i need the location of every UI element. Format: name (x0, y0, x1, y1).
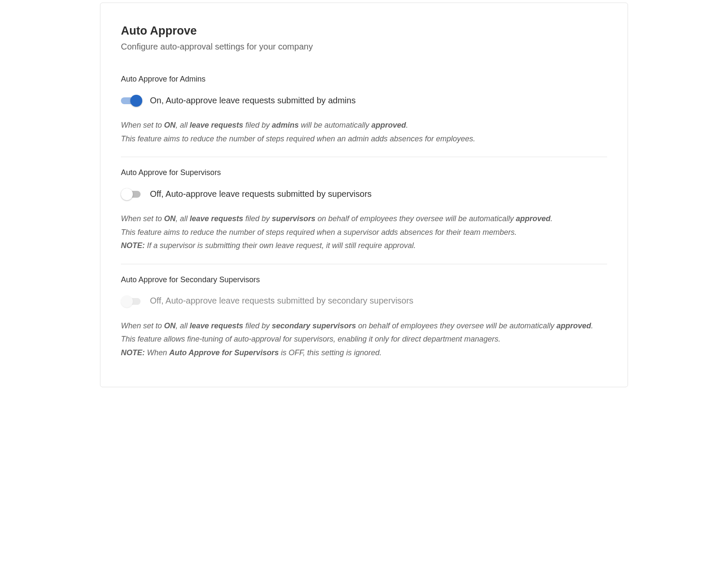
toggle-thumb-icon (121, 188, 133, 200)
toggle-thumb-icon (121, 295, 133, 307)
divider (121, 157, 607, 157)
section-admins: Auto Approve for Admins On, Auto-approve… (121, 75, 607, 146)
toggle-secondary-supervisors (121, 295, 142, 307)
toggle-admins[interactable] (121, 94, 142, 107)
help-secondary-supervisors: When set to ON, all leave requests filed… (121, 319, 607, 360)
toggle-label-supervisors: Off, Auto-approve leave requests submitt… (150, 189, 372, 199)
toggle-thumb-icon (130, 95, 142, 107)
toggle-row-admins: On, Auto-approve leave requests submitte… (121, 94, 607, 107)
help-supervisors: When set to ON, all leave requests filed… (121, 212, 607, 253)
page-title: Auto Approve (121, 24, 607, 38)
section-label-admins: Auto Approve for Admins (121, 75, 607, 84)
section-supervisors: Auto Approve for Supervisors Off, Auto-a… (121, 168, 607, 253)
section-secondary-supervisors: Auto Approve for Secondary Supervisors O… (121, 275, 607, 360)
settings-card: Auto Approve Configure auto-approval set… (100, 3, 628, 387)
toggle-supervisors[interactable] (121, 187, 142, 200)
section-label-supervisors: Auto Approve for Supervisors (121, 168, 607, 177)
toggle-label-secondary-supervisors: Off, Auto-approve leave requests submitt… (150, 296, 414, 306)
help-admins: When set to ON, all leave requests filed… (121, 119, 607, 146)
toggle-label-admins: On, Auto-approve leave requests submitte… (150, 96, 355, 105)
toggle-row-secondary-supervisors: Off, Auto-approve leave requests submitt… (121, 295, 607, 307)
divider (121, 264, 607, 264)
section-label-secondary-supervisors: Auto Approve for Secondary Supervisors (121, 275, 607, 284)
toggle-row-supervisors: Off, Auto-approve leave requests submitt… (121, 187, 607, 200)
page-subtitle: Configure auto-approval settings for you… (121, 42, 607, 52)
